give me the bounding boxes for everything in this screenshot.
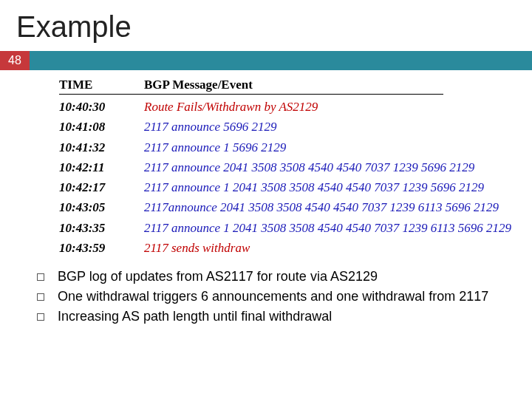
square-bullet-icon (37, 313, 44, 321)
slide: Example 48 TIME BGP Message/Event 10:40:… (0, 0, 532, 399)
log-row: 10:42:11 2117 announce 2041 3508 3508 45… (59, 160, 532, 175)
log-event: 2117 announce 2041 3508 3508 4540 4540 7… (144, 160, 474, 175)
log-time: 10:43:05 (59, 200, 144, 215)
bullet-text: BGP log of updates from AS2117 for route… (58, 269, 378, 284)
header-bar: 48 (0, 51, 532, 70)
log-row: 10:42:17 2117 announce 1 2041 3508 3508 … (59, 180, 532, 195)
col-header-event: BGP Message/Event (144, 78, 253, 92)
accent-bar (30, 51, 532, 70)
log-time: 10:42:17 (59, 180, 144, 195)
log-event: 2117 announce 1 2041 3508 3508 4540 4540… (144, 220, 511, 236)
log-event: Route Fails/Withdrawn by AS2129 (144, 99, 318, 115)
list-item: BGP log of updates from AS2117 for route… (37, 269, 532, 284)
log-time: 10:43:35 (59, 221, 144, 236)
log-event: 2117announce 2041 3508 3508 4540 4540 70… (144, 200, 499, 215)
list-item: Increasing AS path length until final wi… (37, 309, 532, 324)
log-time: 10:43:59 (59, 241, 144, 256)
log-row: 10:43:35 2117 announce 1 2041 3508 3508 … (59, 220, 532, 236)
slide-title: Example (0, 0, 532, 51)
log-header-row: TIME BGP Message/Event (59, 78, 443, 95)
bullet-list: BGP log of updates from AS2117 for route… (0, 256, 532, 324)
log-row: 10:43:59 2117 sends withdraw (59, 240, 532, 256)
log-row: 10:41:08 2117 announce 5696 2129 (59, 119, 532, 134)
bullet-text: One withdrawal triggers 6 announcements … (58, 289, 488, 304)
square-bullet-icon (37, 273, 44, 281)
log-table: TIME BGP Message/Event 10:40:30 Route Fa… (0, 70, 532, 256)
log-row: 10:43:05 2117announce 2041 3508 3508 454… (59, 200, 532, 215)
col-header-time: TIME (59, 78, 144, 92)
log-event: 2117 sends withdraw (144, 240, 250, 256)
log-row: 10:41:32 2117 announce 1 5696 2129 (59, 140, 532, 155)
log-event: 2117 announce 1 5696 2129 (144, 140, 286, 155)
log-time: 10:41:32 (59, 140, 144, 155)
list-item: One withdrawal triggers 6 announcements … (37, 289, 532, 304)
log-event: 2117 announce 1 2041 3508 3508 4540 4540… (144, 180, 484, 195)
log-time: 10:41:08 (59, 120, 144, 134)
bullet-text: Increasing AS path length until final wi… (58, 309, 332, 324)
page-number-badge: 48 (0, 51, 30, 70)
log-time: 10:40:30 (59, 100, 144, 115)
square-bullet-icon (37, 293, 44, 301)
log-row: 10:40:30 Route Fails/Withdrawn by AS2129 (59, 99, 532, 115)
log-event: 2117 announce 5696 2129 (144, 119, 277, 134)
log-time: 10:42:11 (59, 160, 144, 175)
